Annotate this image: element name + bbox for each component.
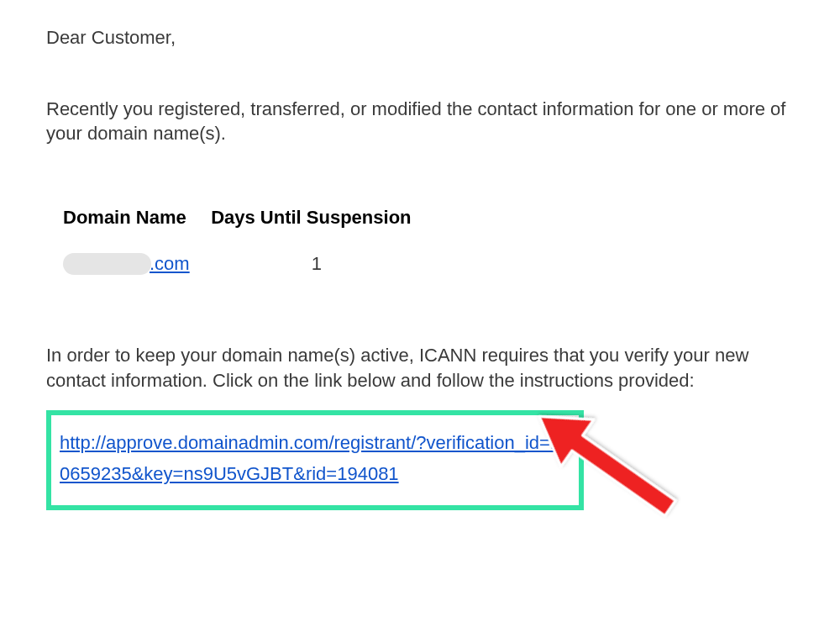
greeting-text: Dear Customer, [46, 25, 794, 50]
table-row: .com 1 [63, 251, 794, 277]
highlight-box: http://approve.domainadmin.com/registran… [46, 410, 584, 510]
verification-link[interactable]: http://approve.domainadmin.com/registran… [60, 432, 560, 484]
table-header-row: Domain Name Days Until Suspension [63, 205, 794, 230]
instruction-text: In order to keep your domain name(s) act… [46, 343, 794, 393]
domain-table: Domain Name Days Until Suspension .com 1 [63, 205, 794, 276]
redacted-domain-prefix [63, 253, 151, 275]
domain-link[interactable]: .com [150, 251, 190, 277]
days-value: 1 [312, 251, 322, 277]
header-days-suspension: Days Until Suspension [211, 205, 411, 230]
intro-text: Recently you registered, transferred, or… [46, 97, 794, 146]
header-domain-name: Domain Name [63, 205, 206, 230]
